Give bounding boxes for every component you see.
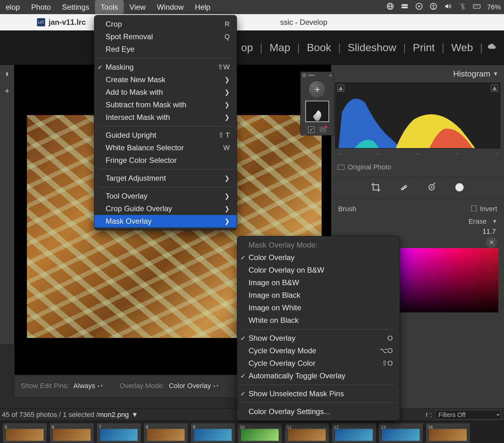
- menubar-item-tools[interactable]: Tools: [95, 0, 124, 14]
- tools-menu-item[interactable]: Fringe Color Selector: [94, 154, 237, 167]
- histogram-label: Histogram: [453, 69, 490, 79]
- filmstrip-thumb[interactable]: 8: [144, 424, 187, 442]
- mask-visible-checkbox[interactable]: [308, 126, 314, 133]
- original-photo-icon: [338, 165, 344, 170]
- submenu-item[interactable]: ✓Show Unselected Mask Pins: [237, 387, 400, 400]
- volume-icon[interactable]: [444, 2, 452, 12]
- submenu-item[interactable]: Image on B&W: [237, 276, 400, 289]
- menubar-item-view[interactable]: View: [124, 0, 151, 14]
- filmstrip-thumb[interactable]: 11: [285, 424, 328, 442]
- tools-menu-item[interactable]: Intersect Mask with❯: [94, 111, 237, 124]
- mask-panel-header[interactable]: «: [301, 72, 334, 79]
- module-web[interactable]: Web: [444, 41, 480, 54]
- collapse-icon[interactable]: ▼: [493, 71, 498, 77]
- menubar-left: elop Photo Settings Tools View Window He…: [0, 0, 216, 14]
- submenu-item[interactable]: Cycle Overlay Mode⌥O: [237, 344, 400, 357]
- bluetooth-off-icon[interactable]: [458, 2, 466, 12]
- submenu-item[interactable]: Cycle Overlay Color⇧O: [237, 357, 400, 370]
- svg-rect-4: [402, 7, 408, 8]
- submenu-item[interactable]: Image on Black: [237, 289, 400, 302]
- filmstrip-thumb[interactable]: 12: [332, 424, 375, 442]
- overlay-mode-value[interactable]: Color Overlay▲▼: [169, 382, 219, 390]
- heal-tool-icon[interactable]: [398, 182, 409, 195]
- tools-menu[interactable]: CropRSpot RemovalQRed Eye✓Masking⇧WCreat…: [94, 15, 237, 230]
- submenu-item[interactable]: Color Overlay on B&W: [237, 264, 400, 276]
- svg-point-16: [403, 187, 404, 188]
- submenu-item[interactable]: White on Black: [237, 314, 400, 327]
- histogram-header[interactable]: Histogram ▼: [331, 65, 504, 83]
- svg-point-8: [433, 4, 434, 5]
- current-filename[interactable]: mon2.png: [98, 411, 129, 419]
- mask-overlay-submenu[interactable]: Mask Overlay Mode:✓Color OverlayColor Ov…: [237, 236, 400, 421]
- menubar-item-settings[interactable]: Settings: [56, 0, 95, 14]
- tools-menu-item[interactable]: Red Eye: [94, 43, 237, 56]
- module-map[interactable]: Map: [263, 41, 297, 54]
- svg-rect-3: [402, 4, 408, 6]
- invert-toggle[interactable]: Invert: [471, 205, 497, 213]
- chevron-left-icon[interactable]: «: [329, 72, 332, 78]
- filmstrip-thumb[interactable]: 7: [97, 424, 140, 442]
- tools-menu-item[interactable]: Subtract from Mask with❯: [94, 99, 237, 111]
- close-icon[interactable]: ✕: [486, 237, 497, 248]
- module-book[interactable]: Book: [300, 41, 338, 54]
- accessibility-icon[interactable]: [429, 2, 438, 12]
- masking-tool-icon[interactable]: [454, 182, 465, 195]
- play-circle-icon[interactable]: [415, 2, 423, 12]
- tools-menu-item[interactable]: Mask Overlay❯: [94, 215, 237, 227]
- mask-panel[interactable]: « +: [300, 72, 334, 136]
- redeye-tool-icon[interactable]: [426, 182, 437, 195]
- overlay-toggle-icon[interactable]: [319, 127, 326, 132]
- submenu-item[interactable]: Image on White: [237, 302, 400, 314]
- tools-menu-item[interactable]: Guided Upright⇧ T: [94, 129, 237, 141]
- submenu-item[interactable]: ✓Show OverlayO: [237, 332, 400, 344]
- module-print[interactable]: Print: [406, 41, 442, 54]
- tools-menu-item[interactable]: Add to Mask with❯: [94, 86, 237, 99]
- filmstrip[interactable]: 567891011121314: [0, 421, 504, 443]
- original-photo-row[interactable]: Original Photo: [331, 159, 504, 177]
- tools-menu-item[interactable]: Tool Overlay❯: [94, 190, 237, 202]
- filmstrip-thumb[interactable]: 9: [191, 424, 234, 442]
- show-pins-value[interactable]: Always▲▼: [73, 382, 103, 390]
- left-tool-add[interactable]: +: [0, 82, 14, 99]
- menubar-item-help[interactable]: Help: [189, 0, 216, 14]
- battery-percent: 76%: [487, 3, 501, 11]
- keyboard-icon[interactable]: [473, 2, 481, 12]
- mask-thumbnail[interactable]: [305, 101, 329, 122]
- filename-dropdown-icon[interactable]: ▼: [131, 411, 138, 419]
- filmstrip-thumb[interactable]: 13: [379, 424, 423, 442]
- tools-menu-item[interactable]: Target Adjustment❯: [94, 172, 237, 184]
- filmstrip-thumb[interactable]: 14: [426, 424, 470, 442]
- collapse-icon[interactable]: ▼: [492, 219, 497, 224]
- module-picker: op | Map | Book | Slideshow | Print | We…: [0, 30, 504, 65]
- globe-icon[interactable]: [386, 2, 394, 12]
- disk-icon[interactable]: [401, 2, 409, 12]
- filter-select[interactable]: Filters Off: [435, 410, 501, 419]
- filmstrip-thumb[interactable]: 6: [50, 424, 93, 442]
- menubar-item[interactable]: elop: [0, 0, 25, 14]
- svg-point-15: [402, 188, 402, 189]
- module-develop[interactable]: op: [234, 41, 260, 54]
- submenu-item[interactable]: ✓Automatically Toggle Overlay: [237, 370, 400, 382]
- cloud-sync-icon[interactable]: [483, 41, 501, 54]
- submenu-item[interactable]: ✓Color Overlay: [237, 251, 400, 264]
- menubar-item-window[interactable]: Window: [151, 0, 189, 14]
- crop-tool-icon[interactable]: [370, 182, 381, 195]
- overlay-mode-label: Overlay Mode:: [120, 382, 165, 390]
- left-tool-updown[interactable]: ▲▼: [0, 65, 14, 82]
- tools-menu-item[interactable]: Spot RemovalQ: [94, 30, 237, 43]
- module-slideshow[interactable]: Slideshow: [341, 41, 403, 54]
- tools-menu-item[interactable]: CropR: [94, 18, 237, 30]
- histogram[interactable]: [335, 83, 500, 148]
- svg-rect-10: [473, 4, 480, 8]
- add-mask-button[interactable]: +: [308, 81, 326, 98]
- erase-label[interactable]: Erase: [469, 217, 486, 226]
- tools-menu-item[interactable]: White Balance SelectorW: [94, 141, 237, 154]
- tools-menu-item[interactable]: ✓Masking⇧W: [94, 61, 237, 73]
- filmstrip-thumb[interactable]: 5: [3, 424, 46, 442]
- submenu-item[interactable]: Color Overlay Settings...: [237, 405, 400, 418]
- filmstrip-thumb[interactable]: 10: [238, 424, 281, 442]
- tools-menu-item[interactable]: Create New Mask❯: [94, 73, 237, 86]
- menubar-item-photo[interactable]: Photo: [25, 0, 56, 14]
- tools-menu-item[interactable]: Crop Guide Overlay❯: [94, 202, 237, 215]
- svg-point-17: [405, 186, 406, 187]
